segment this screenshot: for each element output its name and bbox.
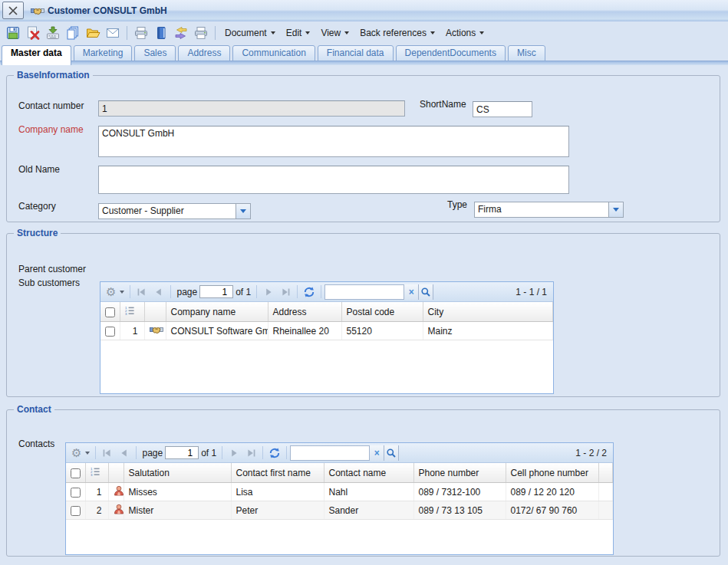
- mail-button[interactable]: [104, 24, 122, 42]
- row-checkbox[interactable]: [105, 327, 115, 337]
- toolbar-separator: [297, 285, 298, 298]
- tab-address[interactable]: Address: [178, 45, 230, 61]
- close-button[interactable]: [2, 2, 24, 19]
- transfer-button[interactable]: [172, 24, 190, 42]
- menu-view[interactable]: View: [321, 28, 349, 38]
- type-dropdown-button[interactable]: [608, 202, 623, 217]
- grid-search-box: ×: [324, 284, 433, 300]
- menu-back-references-label: Back references: [360, 28, 427, 38]
- menu-back-references[interactable]: Back references: [360, 28, 435, 38]
- prev-page-button[interactable]: [151, 284, 166, 300]
- tab-dependent-documents[interactable]: DependentDocuments: [396, 45, 506, 61]
- old-name-field[interactable]: [98, 166, 569, 194]
- category-select[interactable]: Customer - Supplier: [98, 203, 251, 219]
- menu-document[interactable]: Document: [225, 28, 275, 38]
- tab-master-data[interactable]: Master data: [2, 45, 71, 65]
- short-name-label: ShortName: [420, 99, 466, 110]
- first-page-button[interactable]: [100, 445, 115, 461]
- grid-search-input[interactable]: [291, 446, 369, 460]
- category-dropdown-button[interactable]: [236, 204, 250, 218]
- tab-misc[interactable]: Misc: [508, 45, 545, 61]
- tab-marketing[interactable]: Marketing: [74, 45, 133, 61]
- clear-search-button[interactable]: ×: [404, 284, 418, 300]
- menu-actions[interactable]: Actions: [446, 28, 484, 38]
- search-button[interactable]: [418, 284, 433, 300]
- contact-legend: Contact: [14, 404, 54, 415]
- chevron-down-icon: [120, 291, 124, 294]
- toolbar-separator: [127, 26, 127, 40]
- grid-settings-button[interactable]: ⚙: [104, 284, 126, 300]
- last-page-button[interactable]: [278, 284, 293, 300]
- base-information-legend: BaseInformation: [14, 70, 93, 80]
- main-toolbar: Document Edit View Back references Actio…: [0, 21, 728, 44]
- next-page-button[interactable]: [226, 445, 242, 461]
- transfer-icon: [173, 25, 189, 41]
- record-count: 1 - 2 / 2: [575, 448, 610, 458]
- toolbar-separator: [262, 446, 263, 459]
- grid-search-input[interactable]: [325, 285, 404, 299]
- column-header-cell-phone-number[interactable]: Cell phone number: [506, 463, 598, 483]
- open-folder-button[interactable]: [84, 24, 102, 42]
- company-name-field[interactable]: CONSULT GmbH: [98, 126, 569, 157]
- column-header-city[interactable]: City: [423, 302, 553, 322]
- next-page-icon: [228, 447, 240, 459]
- structure-legend: Structure: [14, 228, 61, 238]
- page-input[interactable]: [165, 446, 199, 459]
- column-header-contact-first-name[interactable]: Contact first name: [231, 463, 324, 483]
- column-header-phone-number[interactable]: Phone number: [413, 463, 506, 483]
- tab-communication[interactable]: Communication: [232, 45, 315, 61]
- grid-settings-button[interactable]: ⚙: [70, 445, 91, 461]
- column-header-salutation[interactable]: Salutation: [124, 463, 231, 483]
- journal-button[interactable]: [152, 24, 170, 42]
- print-preview-button[interactable]: [192, 24, 210, 42]
- short-name-field[interactable]: [473, 101, 532, 117]
- first-page-button[interactable]: [134, 284, 150, 300]
- import-button[interactable]: [44, 24, 62, 42]
- cell-cell-phone: 0172/ 67 90 760: [506, 501, 598, 520]
- select-all-checkbox[interactable]: [105, 307, 115, 317]
- tab-sales[interactable]: Sales: [134, 45, 176, 61]
- cell-company-name: CONSULT Software GmbH: [166, 322, 268, 340]
- copy-button[interactable]: [64, 24, 82, 42]
- cell-last-name: Nahl: [324, 483, 413, 501]
- row-checkbox[interactable]: [71, 488, 81, 498]
- refresh-button[interactable]: [267, 445, 282, 461]
- icon-column-header: [144, 302, 166, 322]
- contacts-label: Contacts: [18, 439, 54, 449]
- menu-edit[interactable]: Edit: [286, 28, 311, 38]
- column-header-postal-code[interactable]: Postal code: [341, 302, 423, 322]
- menu-actions-label: Actions: [446, 28, 476, 38]
- company-name-label: Company name: [18, 124, 84, 135]
- chevron-down-icon: [240, 209, 246, 213]
- toolbar-separator: [95, 446, 96, 459]
- sub-customer-row[interactable]: 1 CONSULT Software GmbH Rheinallee 20 55…: [100, 322, 553, 340]
- column-header-address[interactable]: Address: [268, 302, 341, 322]
- prev-page-button[interactable]: [117, 445, 132, 461]
- page-input[interactable]: [199, 285, 233, 298]
- last-page-button[interactable]: [243, 445, 259, 461]
- column-header-contact-name[interactable]: Contact name: [324, 463, 413, 483]
- cell-phone: 089 / 73 13 105: [413, 501, 506, 520]
- delete-button[interactable]: [24, 24, 42, 42]
- last-page-icon: [279, 286, 292, 298]
- search-button[interactable]: [384, 445, 398, 461]
- type-select[interactable]: Firma: [474, 202, 624, 218]
- column-header-company-name[interactable]: Company name: [166, 302, 268, 322]
- contact-row[interactable]: 1 Misses Lisa Nahl 089 / 7312-100 089 / …: [66, 483, 613, 501]
- print-button[interactable]: [132, 24, 150, 42]
- sub-customers-label: Sub customers: [18, 278, 80, 288]
- cell-first-name: Peter: [231, 501, 324, 520]
- select-all-checkbox[interactable]: [71, 468, 81, 478]
- refresh-button[interactable]: [301, 284, 317, 300]
- save-button[interactable]: [4, 24, 22, 42]
- page-label: page: [142, 448, 163, 458]
- print-icon: [133, 25, 149, 41]
- contact-row[interactable]: 2 Mister Peter Sander 089 / 73 13 105 01…: [66, 501, 613, 520]
- row-checkbox[interactable]: [71, 506, 81, 516]
- tab-financial-data[interactable]: Financial data: [318, 45, 394, 61]
- contacts-table: Salutation Contact first name Contact na…: [66, 463, 613, 520]
- next-page-button[interactable]: [261, 284, 276, 300]
- folder-icon: [85, 25, 100, 41]
- chevron-down-icon: [479, 31, 484, 34]
- clear-search-button[interactable]: ×: [369, 445, 384, 461]
